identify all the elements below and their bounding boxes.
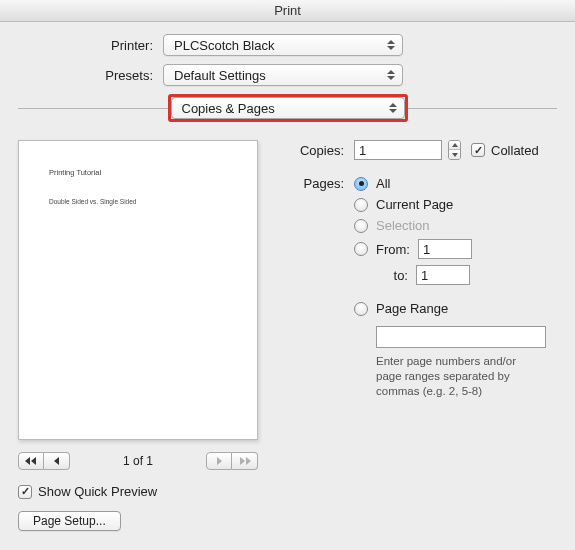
page-indicator: 1 of 1 xyxy=(123,454,153,468)
first-page-button[interactable] xyxy=(18,452,44,470)
show-quick-preview-label: Show Quick Preview xyxy=(38,484,157,499)
pages-label: Pages: xyxy=(296,176,354,191)
pages-selection-label: Selection xyxy=(376,218,429,233)
preview-doc-subtitle: Double Sided vs. Single Sided xyxy=(49,197,227,207)
preview-doc-title: Printing Tutorial xyxy=(49,167,227,179)
pages-current-label: Current Page xyxy=(376,197,453,212)
page-setup-button[interactable]: Page Setup... xyxy=(18,511,121,531)
pages-from-label: From: xyxy=(376,242,410,257)
pages-selection-radio[interactable] xyxy=(354,219,368,233)
divider xyxy=(408,108,558,109)
pages-to-value: 1 xyxy=(421,268,428,283)
pages-from-value: 1 xyxy=(423,242,430,257)
prev-page-button[interactable] xyxy=(44,452,70,470)
page-preview: Printing Tutorial Double Sided vs. Singl… xyxy=(18,140,258,440)
section-select-value: Copies & Pages xyxy=(182,101,275,116)
highlight-box: Copies & Pages xyxy=(168,94,408,122)
pages-from-input[interactable]: 1 xyxy=(418,239,472,259)
window-title: Print xyxy=(274,3,301,18)
presets-select-value: Default Settings xyxy=(174,68,266,83)
pages-range-label: Page Range xyxy=(376,301,448,316)
pages-to-label: to: xyxy=(376,268,416,283)
copies-label: Copies: xyxy=(296,143,354,158)
copies-value: 1 xyxy=(359,143,366,158)
next-page-button[interactable] xyxy=(206,452,232,470)
collated-checkbox[interactable] xyxy=(471,143,485,157)
pages-range-radio[interactable] xyxy=(354,302,368,316)
last-page-button[interactable] xyxy=(232,452,258,470)
pages-all-label: All xyxy=(376,176,390,191)
pages-range-hint: Enter page numbers and/or page ranges se… xyxy=(354,354,534,399)
stepper-up-icon xyxy=(449,141,460,150)
presets-select[interactable]: Default Settings xyxy=(163,64,403,86)
pages-current-radio[interactable] xyxy=(354,198,368,212)
pages-range-input[interactable] xyxy=(376,326,546,348)
page-setup-label: Page Setup... xyxy=(33,514,106,528)
printer-select-value: PLCScotch Black xyxy=(174,38,274,53)
pages-from-radio[interactable] xyxy=(354,242,368,256)
stepper-down-icon xyxy=(449,150,460,159)
pages-to-input[interactable]: 1 xyxy=(416,265,470,285)
window-titlebar: Print xyxy=(0,0,575,22)
printer-label: Printer: xyxy=(18,38,163,53)
copies-stepper[interactable] xyxy=(448,140,461,160)
section-select[interactable]: Copies & Pages xyxy=(171,97,405,119)
updown-icon xyxy=(384,65,398,85)
collated-label: Collated xyxy=(491,143,539,158)
divider xyxy=(18,108,168,109)
copies-input[interactable]: 1 xyxy=(354,140,442,160)
pages-all-radio[interactable] xyxy=(354,177,368,191)
printer-select[interactable]: PLCScotch Black xyxy=(163,34,403,56)
updown-icon xyxy=(384,35,398,55)
presets-label: Presets: xyxy=(18,68,163,83)
show-quick-preview-checkbox[interactable] xyxy=(18,485,32,499)
updown-icon xyxy=(386,98,400,118)
